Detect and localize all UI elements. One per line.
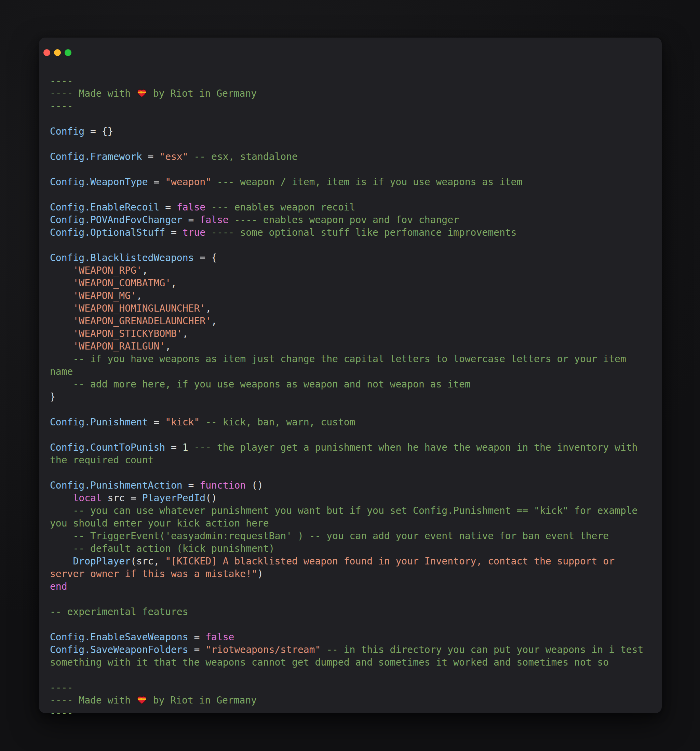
code-token: DropPlayer <box>73 556 130 567</box>
code-token: = { <box>194 252 217 263</box>
code-token: -- experimental features <box>50 606 188 617</box>
close-button[interactable] <box>43 49 50 56</box>
code-line: ---- <box>50 74 655 87</box>
code-line <box>50 113 655 125</box>
code-token: Config.POVAndFovChanger <box>50 214 183 226</box>
code-line: -- TriggerEvent('easyadmin:requestBan' )… <box>50 530 655 542</box>
code-line: Config.CountToPunish = 1 --- the player … <box>50 441 655 467</box>
code-token: = {} <box>84 126 113 137</box>
code-line: 'WEAPON_STICKYBOMB', <box>50 327 655 340</box>
code-token: false <box>205 631 234 643</box>
code-line <box>50 239 655 252</box>
code-line: ---- Made with by Riot in Germany <box>50 694 655 706</box>
code-line <box>50 188 655 201</box>
code-token: = <box>148 417 166 428</box>
code-line: Config.Framework = "esx" -- esx, standal… <box>50 150 655 163</box>
code-token: = <box>148 176 166 188</box>
code-token: Config.Punishment <box>50 417 148 428</box>
code-token: -- default action (kick punishment) <box>50 543 274 554</box>
code-line: 'WEAPON_COMBATMG', <box>50 277 655 289</box>
code-token: Config.Framework <box>50 151 142 162</box>
code-token: = <box>183 214 200 226</box>
code-line: Config.Punishment = "kick" -- kick, ban,… <box>50 416 655 428</box>
code-token: "kick" <box>165 417 200 428</box>
code-line: Config.PunishmentAction = function () <box>50 479 655 492</box>
code-line <box>50 138 655 150</box>
code-token: ---- <box>50 682 73 693</box>
code-token: local <box>73 492 102 504</box>
code-token: Config.CountToPunish <box>50 442 165 453</box>
code-line <box>50 593 655 606</box>
code-line: Config.WeaponType = "weapon" --- weapon … <box>50 176 655 188</box>
code-line: Config.BlacklistedWeapons = { <box>50 252 655 264</box>
code-token: "esx" <box>159 151 188 162</box>
code-token: end <box>50 581 67 592</box>
code-token: -- kick, ban, warn, custom <box>200 417 355 428</box>
code-token: by Riot in Germany <box>147 88 257 99</box>
code-token: Config.WeaponType <box>50 176 148 188</box>
code-token: false <box>200 214 228 226</box>
code-token: function <box>200 480 246 491</box>
code-editor-window: -------- Made with by Riot in Germany---… <box>39 37 662 713</box>
code-line <box>50 403 655 416</box>
code-token: by Riot in Germany <box>147 695 257 706</box>
code-line <box>50 467 655 479</box>
minimize-button[interactable] <box>54 49 61 56</box>
code-token: 'WEAPON_MG' <box>50 290 136 301</box>
code-line: ---- <box>50 100 655 113</box>
code-token: -- add more here, if you use weapons as … <box>50 379 471 390</box>
code-line: DropPlayer(src, "[KICKED] A blacklisted … <box>50 555 655 580</box>
code-line: ---- <box>50 706 655 719</box>
code-token: -- if you have weapons as item just chan… <box>50 353 632 377</box>
code-token: Config <box>50 126 84 137</box>
code-token: , <box>211 315 217 327</box>
code-token: , <box>205 303 211 314</box>
code-token: 'WEAPON_RPG' <box>50 265 142 276</box>
code-line: Config.SaveWeaponFolders = "riotweapons/… <box>50 643 655 669</box>
code-token: Config.EnableSaveWeapons <box>50 631 188 643</box>
zoom-button[interactable] <box>65 49 71 56</box>
code-token <box>50 556 73 567</box>
code-token: ---- Made with <box>50 88 136 99</box>
code-line: -- default action (kick punishment) <box>50 542 655 555</box>
code-token: --- enables weapon recoil <box>205 202 355 213</box>
code-token: Config.PunishmentAction <box>50 480 183 491</box>
window-titlebar[interactable] <box>39 37 662 56</box>
code-line: -- add more here, if you use weapons as … <box>50 378 655 391</box>
code-token: , <box>165 341 171 352</box>
code-line: -- if you have weapons as item just chan… <box>50 352 655 378</box>
code-token: PlayerPedId <box>142 492 205 504</box>
code-token: -- you can use whatever punishment you w… <box>50 505 643 529</box>
code-token <box>50 492 73 504</box>
code-line <box>50 669 655 681</box>
code-line: ---- <box>50 681 655 694</box>
code-token: Config.EnableRecoil <box>50 202 159 213</box>
code-token: () <box>205 492 217 504</box>
code-line: 'WEAPON_HOMINGLAUNCHER', <box>50 302 655 315</box>
code-line: ---- Made with by Riot in Germany <box>50 87 655 100</box>
code-line <box>50 618 655 631</box>
code-token: ---- Made with <box>50 695 136 706</box>
code-content[interactable]: -------- Made with by Riot in Germany---… <box>50 74 655 719</box>
code-token: , <box>136 290 142 301</box>
code-token: } <box>50 391 56 402</box>
code-token: 'WEAPON_STICKYBOMB' <box>50 328 183 339</box>
code-token: = <box>188 631 206 643</box>
code-token: = <box>165 442 183 453</box>
code-token: ---- <box>50 707 73 719</box>
code-token: false <box>177 202 205 213</box>
code-token: = <box>165 227 183 238</box>
code-token: ---- <box>50 100 73 112</box>
code-token: -- TriggerEvent('easyadmin:requestBan' )… <box>50 530 609 542</box>
code-token: --- weapon / item, item is if you use we… <box>211 176 522 188</box>
code-line: Config.EnableSaveWeapons = false <box>50 631 655 643</box>
code-line <box>50 428 655 441</box>
code-line: 'WEAPON_MG', <box>50 289 655 302</box>
heart-icon <box>137 88 147 98</box>
code-token: (src, <box>130 556 165 567</box>
code-token: = <box>183 480 200 491</box>
code-token: Config.SaveWeaponFolders <box>50 644 188 655</box>
code-line <box>50 163 655 176</box>
code-line: Config = {} <box>50 125 655 138</box>
code-token: true <box>183 227 205 238</box>
